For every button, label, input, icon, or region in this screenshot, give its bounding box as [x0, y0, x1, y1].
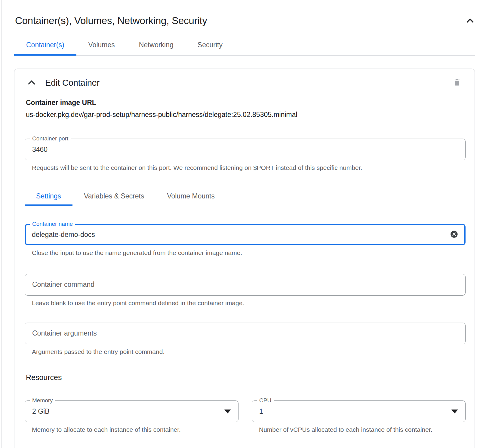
memory-helper: Memory to allocate to each instance of t… — [32, 425, 238, 434]
edit-container-card: Edit Container Container image URL us-do… — [14, 69, 475, 448]
dropdown-arrow-icon — [224, 410, 231, 413]
panel-edge-divider — [1, 0, 2, 448]
tab-networking[interactable]: Networking — [127, 37, 186, 55]
container-port-field[interactable]: Container port — [25, 139, 466, 160]
card-collapse-button[interactable] — [27, 79, 36, 87]
cpu-label: CPU — [257, 397, 274, 404]
container-image-url-value: us-docker.pkg.dev/gar-prod-setup/harness… — [26, 111, 466, 119]
tab-security[interactable]: Security — [186, 37, 235, 55]
trash-icon — [453, 78, 461, 88]
section-title: Container(s), Volumes, Networking, Secur… — [15, 15, 207, 26]
memory-selected-value: 2 GiB — [32, 407, 50, 416]
container-subtab-bar: Settings Variables & Secrets Volume Moun… — [25, 189, 466, 206]
clear-container-name-button[interactable] — [450, 230, 458, 239]
container-command-helper: Leave blank to use the entry point comma… — [32, 299, 466, 307]
container-arguments-field[interactable] — [25, 323, 466, 344]
section-tab-bar: Container(s) Volumes Networking Security — [14, 37, 475, 56]
cancel-x-icon — [450, 230, 458, 239]
subtab-variables-secrets[interactable]: Variables & Secrets — [72, 189, 155, 206]
section-header: Container(s), Volumes, Networking, Secur… — [15, 15, 475, 26]
cpu-select[interactable]: CPU 1 — [252, 400, 466, 422]
container-port-label: Container port — [30, 135, 71, 142]
memory-select-column: Memory 2 GiB Memory to allocate to each … — [25, 400, 238, 434]
container-name-helper: Close the input to use the name generate… — [32, 249, 466, 257]
cpu-selected-value: 1 — [259, 407, 263, 416]
tab-containers[interactable]: Container(s) — [14, 37, 76, 56]
subtab-settings[interactable]: Settings — [25, 189, 72, 206]
container-arguments-input[interactable] — [32, 329, 458, 337]
card-title: Edit Container — [45, 78, 100, 88]
container-name-input[interactable] — [32, 231, 450, 239]
container-port-input[interactable] — [32, 146, 458, 154]
card-header: Edit Container — [25, 78, 466, 88]
container-command-field[interactable] — [25, 274, 466, 296]
dropdown-arrow-icon — [451, 410, 458, 413]
section-collapse-button[interactable] — [466, 17, 475, 25]
container-name-field[interactable]: Container name — [25, 224, 466, 245]
container-image-url-label: Container image URL — [26, 99, 466, 107]
tab-volumes[interactable]: Volumes — [76, 37, 127, 55]
memory-label: Memory — [30, 397, 55, 404]
chevron-up-icon — [27, 79, 36, 87]
cpu-helper: Number of vCPUs allocated to each instan… — [259, 425, 433, 434]
container-name-label: Container name — [30, 221, 75, 227]
container-image-url-block: Container image URL us-docker.pkg.dev/ga… — [26, 99, 466, 119]
container-arguments-helper: Arguments passed to the entry point comm… — [32, 348, 466, 356]
container-command-input[interactable] — [32, 281, 458, 289]
resources-heading: Resources — [26, 373, 466, 382]
delete-container-button[interactable] — [453, 78, 461, 88]
cpu-select-column: CPU 1 Number of vCPUs allocated to each … — [252, 400, 466, 434]
resources-selects-row: Memory 2 GiB Memory to allocate to each … — [25, 400, 466, 434]
subtab-volume-mounts[interactable]: Volume Mounts — [155, 189, 226, 206]
container-port-helper: Requests will be sent to the container o… — [32, 164, 466, 172]
chevron-up-icon — [466, 17, 475, 25]
memory-select[interactable]: Memory 2 GiB — [25, 400, 238, 422]
